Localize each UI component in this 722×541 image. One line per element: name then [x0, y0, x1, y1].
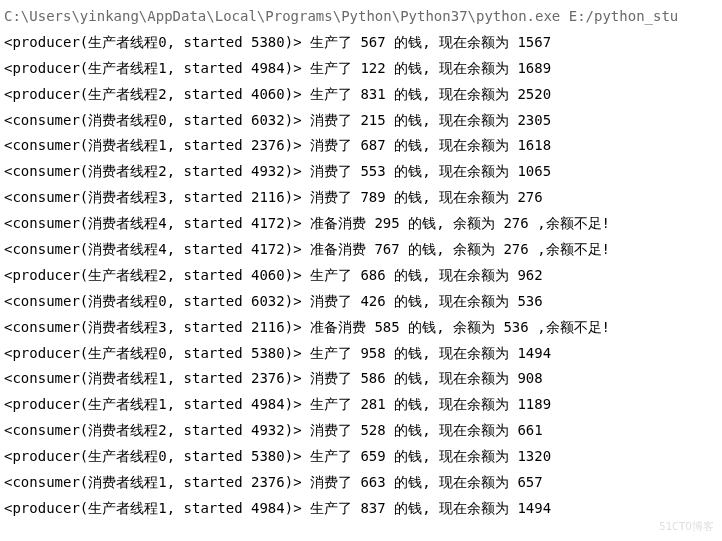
output-line: <consumer(消费者线程2, started 4932)> 消费了 528… — [4, 418, 718, 444]
output-line: <producer(生产者线程0, started 5380)> 生产了 659… — [4, 444, 718, 470]
output-line: <consumer(消费者线程1, started 2376)> 消费了 586… — [4, 366, 718, 392]
command-line: C:\Users\yinkang\AppData\Local\Programs\… — [4, 4, 718, 30]
console-output: <producer(生产者线程0, started 5380)> 生产了 567… — [4, 30, 718, 522]
output-line: <producer(生产者线程2, started 4060)> 生产了 686… — [4, 263, 718, 289]
output-line: <consumer(消费者线程0, started 6032)> 消费了 215… — [4, 108, 718, 134]
output-line: <consumer(消费者线程2, started 4932)> 消费了 553… — [4, 159, 718, 185]
output-line: <consumer(消费者线程1, started 2376)> 消费了 663… — [4, 470, 718, 496]
output-line: <consumer(消费者线程0, started 6032)> 消费了 426… — [4, 289, 718, 315]
output-line: <consumer(消费者线程1, started 2376)> 消费了 687… — [4, 133, 718, 159]
output-line: <producer(生产者线程2, started 4060)> 生产了 831… — [4, 82, 718, 108]
output-line: <producer(生产者线程0, started 5380)> 生产了 958… — [4, 341, 718, 367]
output-line: <producer(生产者线程1, started 4984)> 生产了 281… — [4, 392, 718, 418]
output-line: <consumer(消费者线程4, started 4172)> 准备消费 29… — [4, 211, 718, 237]
output-line: <consumer(消费者线程4, started 4172)> 准备消费 76… — [4, 237, 718, 263]
output-line: <producer(生产者线程1, started 4984)> 生产了 122… — [4, 56, 718, 82]
watermark: 51CTO博客 — [659, 517, 714, 537]
output-line: <consumer(消费者线程3, started 2116)> 消费了 789… — [4, 185, 718, 211]
output-line: <producer(生产者线程0, started 5380)> 生产了 567… — [4, 30, 718, 56]
output-line: <producer(生产者线程1, started 4984)> 生产了 837… — [4, 496, 718, 522]
output-line: <consumer(消费者线程3, started 2116)> 准备消费 58… — [4, 315, 718, 341]
